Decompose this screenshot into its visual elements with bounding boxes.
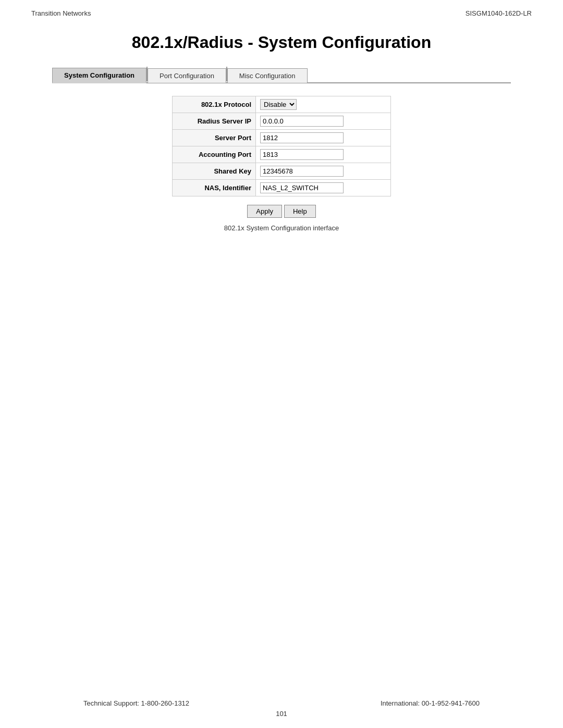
tab-system-configuration[interactable]: System Configuration — [52, 68, 146, 83]
apply-button[interactable]: Apply — [247, 205, 282, 218]
label-nas-identifier: NAS, Identifier — [173, 180, 256, 196]
footer: Technical Support: 1-800-260-1312 Intern… — [0, 699, 563, 707]
config-form-table: 802.1x Protocol Disable Enable Radius Se… — [172, 96, 391, 196]
table-row-protocol: 802.1x Protocol Disable Enable — [173, 96, 391, 113]
header: Transition Networks SISGM1040-162D-LR — [0, 0, 563, 17]
help-button[interactable]: Help — [284, 205, 316, 218]
radius-server-ip-input[interactable] — [260, 116, 344, 127]
table-row-accounting-port: Accounting Port — [173, 146, 391, 163]
footer-left: Technical Support: 1-800-260-1312 — [83, 699, 189, 707]
table-row-server-port: Server Port — [173, 130, 391, 146]
label-shared-key: Shared Key — [173, 163, 256, 180]
header-left: Transition Networks — [31, 9, 91, 17]
footer-right: International: 00-1-952-941-7600 — [381, 699, 480, 707]
table-row-shared-key: Shared Key — [173, 163, 391, 180]
page-title: 802.1x/Radius - System Configuration — [0, 33, 563, 52]
shared-key-input[interactable] — [260, 166, 344, 177]
label-server-port: Server Port — [173, 130, 256, 146]
tab-misc-configuration[interactable]: Misc Configuration — [227, 68, 308, 83]
button-row: Apply Help — [52, 205, 511, 218]
label-radius-ip: Radius Server IP — [173, 113, 256, 130]
server-port-input[interactable] — [260, 132, 344, 143]
table-row-nas-identifier: NAS, Identifier — [173, 180, 391, 196]
nas-identifier-input[interactable] — [260, 182, 344, 193]
form-caption: 802.1x System Configuration interface — [52, 224, 511, 232]
page-number: 101 — [276, 710, 287, 718]
protocol-select[interactable]: Disable Enable — [260, 99, 297, 110]
table-row-radius-ip: Radius Server IP — [173, 113, 391, 130]
accounting-port-input[interactable] — [260, 149, 344, 160]
label-accounting-port: Accounting Port — [173, 146, 256, 163]
label-protocol: 802.1x Protocol — [173, 96, 256, 113]
tab-port-configuration[interactable]: Port Configuration — [148, 68, 226, 83]
header-right: SISGM1040-162D-LR — [466, 9, 532, 17]
main-content: 802.1x Protocol Disable Enable Radius Se… — [52, 96, 511, 232]
tabs-container: System Configuration Port Configuration … — [52, 67, 511, 83]
